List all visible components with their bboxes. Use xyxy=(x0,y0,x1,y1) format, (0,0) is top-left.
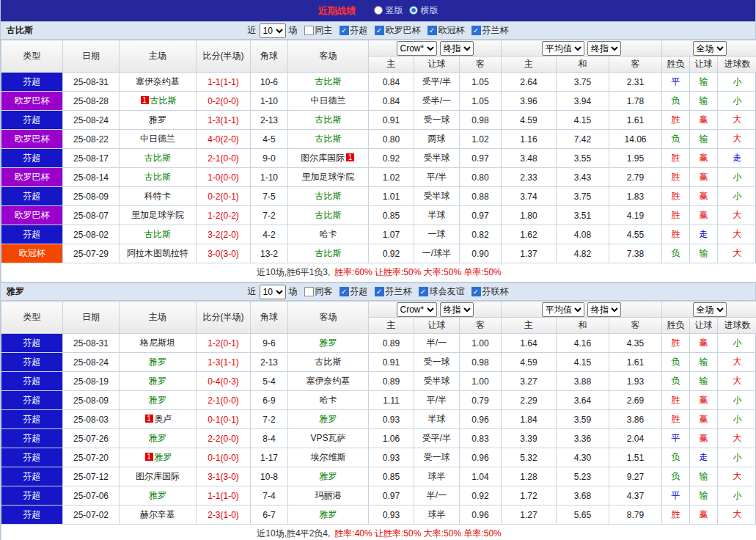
corner-score: 1-10 xyxy=(251,92,288,111)
average-odds-time-select[interactable]: 终指 xyxy=(587,302,621,317)
recent-count-select[interactable]: 10 xyxy=(260,285,286,299)
league-checkbox[interactable]: ✓ xyxy=(340,26,349,35)
scope-select[interactable]: 全场 xyxy=(693,41,727,56)
average-odds: 3.27 xyxy=(502,372,557,391)
result-goals: 大 xyxy=(718,429,756,448)
result-handicap: 输 xyxy=(690,353,718,372)
handicap-line: 受半/一 xyxy=(414,92,460,111)
team-label: 雅罗 xyxy=(320,338,337,348)
average-odds: 4.16 xyxy=(557,334,609,353)
handicap-line: 一/球半 xyxy=(414,244,460,263)
home-team: 1雅罗 xyxy=(120,448,197,467)
team-label: 塞伊奈约基 xyxy=(307,376,351,386)
corner-score: 10-8 xyxy=(251,467,288,486)
average-odds: 3.51 xyxy=(557,206,609,225)
team-name: 古比斯 xyxy=(7,24,33,37)
recent-count-select[interactable]: 10 xyxy=(260,23,286,38)
crown-odds-header: Crow*终指 xyxy=(369,40,502,56)
odds-time-select[interactable]: 终指 xyxy=(440,302,474,317)
home-team: 雅罗 xyxy=(120,353,197,372)
odds-time-select[interactable]: 终指 xyxy=(440,41,474,56)
crown-odds: 0.96 xyxy=(460,448,502,467)
league-checkbox[interactable]: ✓ xyxy=(427,26,437,35)
away-team: 雅罗 xyxy=(288,410,369,429)
crown-odds: 1.05 xyxy=(460,73,502,92)
league-checkbox[interactable]: ✓ xyxy=(375,287,384,296)
match-row: 芬超25-07-201雅罗0-1(0-0)1-17埃尔维斯0.93受一球0.96… xyxy=(1,448,756,467)
league-checkbox-label[interactable]: 芬超 xyxy=(351,285,368,298)
games-label: 场 xyxy=(289,24,298,37)
score: 1-2(0-1) xyxy=(197,334,251,353)
layout-radio-horizontal[interactable]: 横版 xyxy=(409,4,438,17)
corner-score: 13-2 xyxy=(251,244,288,263)
league-checkbox-label[interactable]: 芬兰杯 xyxy=(482,24,509,37)
handicap-line: 半球 xyxy=(414,206,460,225)
crown-odds: 0.92 xyxy=(460,486,502,506)
average-odds: 4.15 xyxy=(557,111,609,130)
result-handicap: 赢 xyxy=(690,410,718,429)
crown-odds: 0.91 xyxy=(369,353,414,372)
match-date: 25-08-31 xyxy=(63,73,120,92)
same-venue-label[interactable]: 同客 xyxy=(315,285,333,298)
home-team: 格尼斯坦 xyxy=(120,334,197,353)
average-odds: 3.48 xyxy=(502,149,557,168)
crown-odds: 0.79 xyxy=(460,391,502,410)
team-label: 雅罗 xyxy=(149,114,166,125)
scope-select[interactable]: 全场 xyxy=(693,302,727,317)
sub-column-header: 让球 xyxy=(414,56,460,73)
league-checkbox-label[interactable]: 欧冠杯 xyxy=(438,24,465,37)
league-checkbox-label[interactable]: 芬兰杯 xyxy=(386,285,412,298)
same-venue-label[interactable]: 同主 xyxy=(315,24,333,37)
average-select[interactable]: 平均值 xyxy=(542,302,584,317)
score: 2-3(1-0) xyxy=(197,506,251,525)
score: 2-1(0-0) xyxy=(197,149,251,168)
corner-score: 7-2 xyxy=(251,410,288,429)
crown-odds: 1.04 xyxy=(460,467,502,486)
team-section-bar: 雅罗近10场同客✓芬超✓芬兰杯✓球会友谊✓芬联杯 xyxy=(1,282,755,301)
crown-odds: 0.93 xyxy=(369,410,414,429)
team-label: 古比斯 xyxy=(315,248,342,258)
home-team: 古比斯 xyxy=(120,149,197,168)
team-label: 奥卢 xyxy=(155,414,172,424)
layout-radio-vertical[interactable]: 竖版 xyxy=(374,4,403,17)
average-odds: 1.27 xyxy=(502,506,557,525)
league-checkbox[interactable]: ✓ xyxy=(471,26,481,35)
match-row: 芬超25-08-31格尼斯坦1-2(0-1)9-6雅罗0.89半/一1.001.… xyxy=(1,334,756,353)
team-label: 科特卡 xyxy=(144,191,171,201)
average-odds-time-select[interactable]: 终指 xyxy=(587,41,621,56)
league-checkbox[interactable]: ✓ xyxy=(375,26,384,35)
league-badge: 欧冠杯 xyxy=(1,244,63,263)
bookmaker-select[interactable]: Crow* xyxy=(397,302,437,317)
sub-column-header: 客 xyxy=(609,56,662,73)
crown-odds: 0.97 xyxy=(369,486,414,506)
league-badge: 芬超 xyxy=(1,73,63,92)
average-odds: 3.68 xyxy=(557,486,609,506)
handicap-line: 受一球 xyxy=(414,448,460,467)
league-checkbox[interactable]: ✓ xyxy=(419,287,428,296)
league-checkbox-label[interactable]: 欧罗巴杯 xyxy=(386,24,421,37)
bookmaker-select[interactable]: Crow* xyxy=(397,41,437,56)
league-checkbox[interactable]: ✓ xyxy=(471,287,481,296)
same-venue-checkbox[interactable] xyxy=(304,287,314,296)
league-checkbox-label[interactable]: 球会友谊 xyxy=(430,285,465,298)
match-row: 芬超25-07-12图尔库国际3-1(3-0)10-8雅罗0.85球半1.041… xyxy=(1,467,756,486)
result-goals: 大 xyxy=(718,130,756,149)
crown-odds: 1.02 xyxy=(369,168,414,187)
home-team: 塞伊奈约基 xyxy=(120,73,197,92)
match-row: 欧冠杯25-07-29阿拉木图凯拉特3-0(3-0)13-2古比斯0.92一/球… xyxy=(1,244,756,263)
same-venue-checkbox[interactable] xyxy=(304,26,314,35)
average-odds: 7.42 xyxy=(557,130,609,149)
league-checkbox[interactable]: ✓ xyxy=(340,287,349,296)
average-select[interactable]: 平均值 xyxy=(542,41,584,56)
league-checkbox-label[interactable]: 芬超 xyxy=(351,24,368,37)
team-sections: 古比斯近10场同主✓芬超✓欧罗巴杯✓欧冠杯✓芬兰杯类型日期主场比分(半场)角球客… xyxy=(1,21,755,540)
handicap-line: 受半球 xyxy=(414,372,460,391)
league-checkbox-label[interactable]: 芬联杯 xyxy=(482,285,509,298)
team-label: 里加足球学院 xyxy=(302,172,355,182)
score: 1-0(0-0) xyxy=(197,168,251,187)
crown-odds: 0.93 xyxy=(369,506,414,525)
home-team: 阿拉木图凯拉特 xyxy=(120,244,197,263)
column-header: 主场 xyxy=(120,302,197,334)
result-handicap: 赢 xyxy=(690,506,718,525)
match-row: 欧罗巴杯25-08-14古比斯1-0(0-0)1-10里加足球学院1.02平/半… xyxy=(1,168,756,187)
